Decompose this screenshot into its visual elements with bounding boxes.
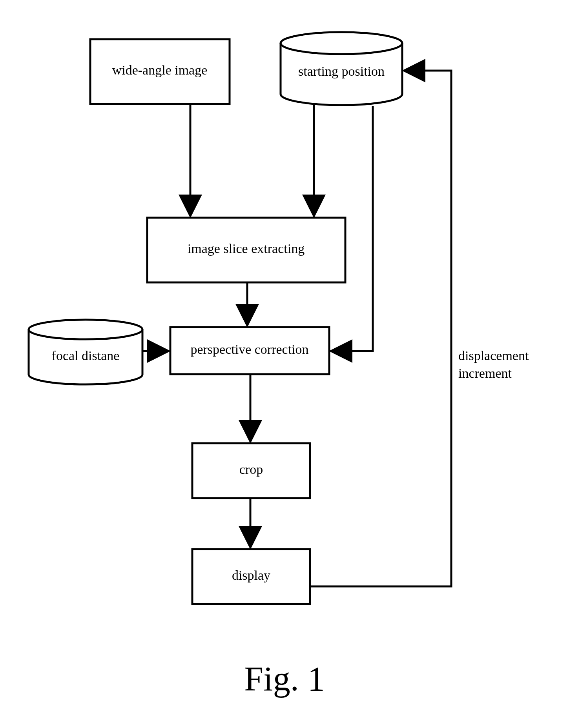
displacement-increment-label-2: increment [458, 366, 512, 380]
node-starting-position: starting position [281, 32, 402, 105]
wide-angle-label: wide-angle image [112, 63, 208, 77]
crop-label: crop [239, 462, 263, 477]
node-wide-angle-image: wide-angle image [90, 39, 230, 104]
focal-distance-label: focal distane [52, 348, 120, 363]
node-crop: crop [192, 443, 310, 498]
figure-caption: Fig. 1 [244, 660, 325, 698]
node-image-slice-extracting: image slice extracting [147, 218, 345, 282]
display-label: display [232, 568, 270, 582]
node-focal-distance: focal distane [29, 320, 142, 384]
node-display: display [192, 549, 310, 604]
node-perspective-correction: perspective correction [170, 327, 329, 374]
svg-point-4 [29, 320, 142, 339]
image-slice-label: image slice extracting [188, 241, 305, 256]
displacement-increment-label-1: displacement [458, 348, 529, 363]
perspective-label: perspective correction [190, 342, 308, 357]
flowchart: wide-angle image starting position image… [0, 0, 569, 728]
svg-point-1 [281, 32, 402, 54]
starting-position-label: starting position [298, 64, 385, 78]
arrow-display-feedback [310, 71, 451, 586]
arrow-start-to-perspective [331, 106, 373, 351]
